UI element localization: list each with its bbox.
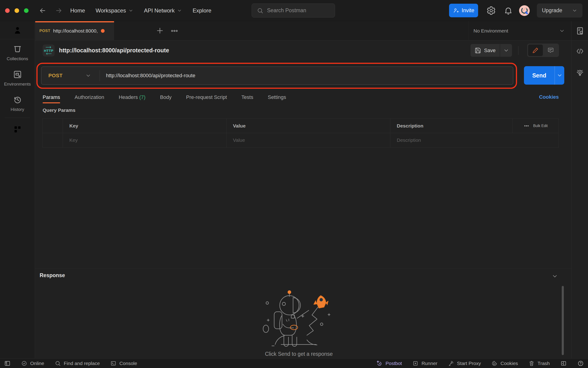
sidebar-item-environments[interactable]: Environments (0, 70, 35, 87)
tab-method-badge: POST (39, 28, 51, 33)
divider (571, 21, 571, 41)
sidebar-item-label: Environments (4, 82, 31, 87)
status-bar-left: Online Find and replace Console (4, 360, 137, 367)
chevron-down-icon (559, 28, 565, 34)
gear-icon[interactable] (487, 6, 496, 15)
nav-home[interactable]: Home (70, 7, 85, 14)
nav-explore-label: Explore (193, 7, 211, 14)
start-proxy-button[interactable]: Start Proxy (448, 360, 481, 366)
send-label: Send (532, 72, 546, 79)
user-profile-icon[interactable] (0, 21, 35, 39)
back-arrow-icon[interactable] (39, 7, 46, 15)
nav-workspaces[interactable]: Workspaces (96, 7, 134, 14)
method-label: POST (48, 73, 63, 79)
close-window-button[interactable] (5, 8, 10, 13)
query-params-title: Query Params (43, 107, 75, 113)
maximize-window-button[interactable] (24, 8, 28, 13)
forward-arrow-icon[interactable] (55, 7, 63, 15)
empty-response-message: Click Send to get a response (35, 351, 563, 357)
sidebar-item-collections[interactable]: Collections (0, 44, 35, 61)
environment-quick-look-icon[interactable] (576, 26, 585, 36)
table-header-row: Key Value Description Bulk Edit (43, 119, 559, 133)
comment-button[interactable] (543, 45, 558, 56)
send-options-button[interactable] (555, 66, 564, 85)
upgrade-button[interactable]: Upgrade (537, 3, 582, 18)
headers-count-badge: (7) (139, 94, 146, 100)
comment-icon (547, 47, 554, 54)
chevron-down-icon (557, 72, 563, 78)
configure-workbar-icon[interactable] (0, 125, 35, 134)
code-snippet-icon[interactable] (576, 47, 584, 55)
tab-label: Body (160, 94, 171, 100)
save-button[interactable]: Save (471, 44, 500, 57)
chevron-down-icon (128, 8, 134, 13)
search-icon (55, 360, 61, 366)
invite-button[interactable]: Invite (449, 4, 478, 17)
tab-title: http://localhost:8000, (53, 28, 98, 34)
tab-settings[interactable]: Settings (268, 94, 286, 100)
find-and-replace[interactable]: Find and replace (55, 360, 100, 366)
invite-label: Invite (462, 7, 474, 14)
two-pane-layout-icon[interactable] (560, 360, 567, 367)
bell-icon[interactable] (504, 6, 513, 15)
console-toggle[interactable]: Console (110, 360, 137, 366)
trash-label: Trash (537, 361, 550, 366)
tab-headers[interactable]: Headers (7) (119, 94, 145, 100)
tab-strip: POST http://localhost:8000, No Environme… (35, 21, 588, 41)
minimize-window-button[interactable] (15, 8, 19, 13)
tab-tests[interactable]: Tests (241, 94, 253, 100)
new-tab-button[interactable] (156, 26, 164, 35)
tab-body[interactable]: Body (160, 94, 171, 100)
history-icon (13, 95, 22, 105)
trash-icon (529, 360, 535, 366)
toggle-sidebar-icon[interactable] (4, 360, 11, 367)
search-input[interactable]: Search Postman (252, 3, 335, 18)
lightbulb-bolt-icon[interactable] (576, 69, 584, 77)
cookies-link[interactable]: Cookies (539, 94, 559, 100)
nav-explore[interactable]: Explore (193, 7, 211, 14)
tab-pre-request-script[interactable]: Pre-request Script (186, 94, 227, 100)
environments-icon (13, 70, 22, 79)
request-tab[interactable]: POST http://localhost:8000, (35, 21, 114, 41)
cookies-button[interactable]: Cookies (491, 360, 518, 366)
check-circle-icon (21, 360, 27, 366)
tab-params[interactable]: Params (43, 94, 60, 100)
status-bar-right: Postbot Runner Start Proxy Cookies (376, 360, 584, 367)
tab-authorization[interactable]: Authorization (75, 94, 104, 100)
avatar[interactable] (519, 5, 530, 16)
main-nav: Home Workspaces API Network Explore (70, 0, 211, 21)
tab-label: Params (43, 94, 60, 100)
save-label: Save (484, 47, 496, 54)
value-input[interactable]: Value (226, 133, 390, 147)
help-icon[interactable] (577, 360, 584, 367)
divider (518, 46, 518, 55)
trash-button[interactable]: Trash (529, 360, 550, 366)
search-icon (257, 7, 263, 14)
online-status[interactable]: Online (21, 360, 44, 366)
sidebar-item-history[interactable]: History (0, 95, 35, 112)
send-button[interactable]: Send (524, 66, 555, 85)
person-plus-icon (453, 8, 459, 14)
postbot-button[interactable]: Postbot (376, 360, 402, 367)
edit-mode-button[interactable] (528, 45, 543, 56)
tab-options-icon[interactable] (170, 26, 179, 36)
runner-button[interactable]: Runner (412, 360, 437, 366)
collapse-response-icon[interactable] (552, 273, 558, 279)
scrollbar[interactable] (562, 286, 564, 355)
activity-bar: Collections Environments History (0, 21, 35, 358)
row-select-cell[interactable] (43, 133, 63, 147)
environment-name: No Environment (473, 28, 508, 34)
console-icon (110, 360, 116, 366)
select-all-cell[interactable] (43, 119, 63, 133)
save-options-button[interactable] (500, 44, 512, 57)
key-input[interactable]: Key (63, 133, 226, 147)
bulk-edit-button[interactable]: Bulk Edit (513, 119, 559, 133)
description-input[interactable]: Description (390, 133, 513, 147)
window-controls (5, 8, 28, 13)
method-select[interactable]: POST (42, 67, 99, 84)
nav-api-network[interactable]: API Network (144, 7, 182, 14)
environment-selector[interactable]: No Environment (468, 21, 571, 41)
save-floppy-icon (475, 47, 481, 54)
url-input[interactable]: http://localhost:8000/api/protected-rout… (106, 67, 195, 84)
runner-play-icon (412, 360, 419, 366)
